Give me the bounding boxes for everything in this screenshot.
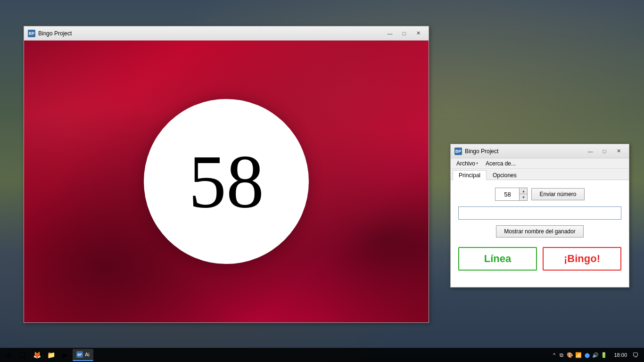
- taskbar-app-icon: BP: [76, 351, 83, 358]
- spinner-up-button[interactable]: ▲: [520, 188, 527, 194]
- tray-multimonitor-icon[interactable]: ⧉: [558, 352, 565, 358]
- bingo-taskbar-app[interactable]: BP Ai: [73, 349, 93, 361]
- tray-volume-icon[interactable]: 🔊: [592, 352, 599, 358]
- control-tabs: Principal Opciones: [451, 169, 629, 180]
- control-menu-bar: Archivo ▾ Acerca de...: [451, 158, 629, 169]
- tray-network-icon[interactable]: 📶: [575, 352, 582, 358]
- big-buttons-row: Línea ¡Bingo!: [458, 247, 621, 271]
- main-maximize-button[interactable]: □: [397, 28, 411, 39]
- main-window-icon: BP: [28, 30, 35, 37]
- task-view-button[interactable]: ❑: [16, 348, 29, 362]
- bingo-display: 58: [24, 41, 429, 322]
- tray-chrome-icon[interactable]: ⬤: [584, 352, 590, 358]
- tray-battery-icon[interactable]: 🔋: [601, 352, 607, 358]
- number-input[interactable]: [495, 188, 519, 200]
- start-button[interactable]: ⊞: [2, 348, 15, 362]
- number-row: ▲ ▼ Enviar número: [458, 188, 621, 201]
- main-close-button[interactable]: ✕: [412, 28, 425, 39]
- archivo-arrow: ▾: [476, 161, 478, 165]
- system-tray: ⧉ 🎨 📶 ⬤ 🔊 🔋: [558, 352, 607, 358]
- bingo-number: 58: [189, 144, 264, 219]
- control-minimize-button[interactable]: —: [584, 146, 597, 156]
- taskbar-app-label: Ai: [85, 352, 90, 357]
- control-close-button[interactable]: ✕: [612, 146, 625, 156]
- main-window-content: 58: [24, 41, 429, 322]
- linea-button[interactable]: Línea: [458, 247, 537, 271]
- tab-principal[interactable]: Principal: [453, 170, 487, 180]
- main-window-controls: — □ ✕: [383, 28, 425, 39]
- main-window-titlebar: BP Bingo Project — □ ✕: [24, 26, 429, 41]
- media-player-button[interactable]: ▶: [58, 348, 72, 362]
- file-explorer-button[interactable]: 📁: [44, 348, 58, 362]
- taskbar: ⊞ ❑ 🦊 📁 ▶ BP Ai ^ ⧉ 🎨 📶 ⬤ 🔊 🔋 18:00: [0, 348, 644, 362]
- main-minimize-button[interactable]: —: [383, 28, 396, 39]
- tray-color-icon[interactable]: 🎨: [567, 352, 573, 358]
- main-window-title: Bingo Project: [38, 30, 380, 37]
- taskbar-time: 18:00: [610, 352, 627, 358]
- control-window-titlebar: BP Bingo Project — □ ✕: [451, 144, 629, 158]
- winner-button-row: Mostrar nombre del ganador: [458, 225, 621, 238]
- taskbar-right: ^ ⧉ 🎨 📶 ⬤ 🔊 🔋 18:00 🗨: [549, 350, 644, 360]
- menu-archivo[interactable]: Archivo ▾: [453, 159, 482, 168]
- spinner-down-button[interactable]: ▼: [520, 194, 527, 200]
- notification-button[interactable]: 🗨: [630, 350, 640, 360]
- number-spinner: ▲ ▼: [495, 188, 528, 201]
- bingo-button[interactable]: ¡Bingo!: [543, 247, 621, 271]
- winner-input[interactable]: [458, 206, 621, 220]
- number-circle: 58: [144, 99, 309, 264]
- control-body: ▲ ▼ Enviar número Mostrar nombre del gan…: [451, 180, 629, 287]
- control-bingo-window: BP Bingo Project — □ ✕ Archivo ▾ Acerca …: [450, 144, 629, 288]
- show-winner-button[interactable]: Mostrar nombre del ganador: [496, 225, 583, 238]
- send-number-button[interactable]: Enviar número: [531, 188, 584, 200]
- menu-acerca[interactable]: Acerca de...: [482, 159, 520, 168]
- control-maximize-button[interactable]: □: [598, 146, 611, 156]
- spinner-buttons: ▲ ▼: [519, 188, 527, 200]
- tray-chevron[interactable]: ^: [553, 353, 555, 358]
- main-bingo-window: BP Bingo Project — □ ✕ 58: [24, 26, 429, 323]
- control-window-controls: — □ ✕: [584, 146, 625, 156]
- tab-opciones[interactable]: Opciones: [487, 170, 523, 180]
- firefox-button[interactable]: 🦊: [30, 348, 43, 362]
- taskbar-left: ⊞ ❑ 🦊 📁 ▶ BP Ai: [0, 348, 95, 362]
- winner-section: [458, 206, 621, 220]
- control-window-icon: BP: [454, 148, 462, 155]
- control-window-title: Bingo Project: [465, 148, 581, 155]
